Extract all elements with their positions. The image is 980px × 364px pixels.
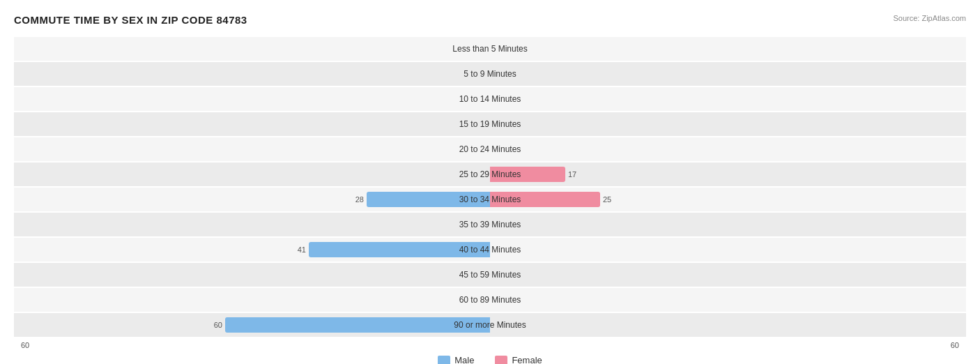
axis-left: 60 (14, 341, 490, 349)
bar-row: 4140 to 44 Minutes (14, 238, 966, 261)
left-side: 41 (14, 238, 490, 261)
chart-header: COMMUTE TIME BY SEX IN ZIP CODE 84783 So… (14, 14, 966, 26)
left-side (14, 263, 490, 287)
legend: Male Female (14, 355, 966, 364)
chart-container: COMMUTE TIME BY SEX IN ZIP CODE 84783 So… (14, 14, 966, 364)
bar-row: Less than 5 Minutes (14, 37, 966, 61)
male-bar: 60 (225, 317, 490, 333)
bar-row: 15 to 19 Minutes (14, 112, 966, 136)
right-side (490, 313, 966, 337)
chart-title: COMMUTE TIME BY SEX IN ZIP CODE 84783 (14, 14, 247, 26)
left-side: 28 (14, 188, 490, 211)
male-value: 28 (355, 195, 364, 204)
left-side (14, 62, 490, 86)
right-side (490, 288, 966, 312)
right-side (490, 213, 966, 236)
female-value: 17 (568, 170, 576, 179)
axis-row: 60 60 (14, 341, 966, 349)
chart-source: Source: ZipAtlas.com (893, 14, 966, 22)
left-side: 60 (14, 313, 490, 337)
chart-area: Less than 5 Minutes5 to 9 Minutes10 to 1… (14, 37, 966, 337)
left-side (14, 162, 490, 186)
male-value: 41 (298, 245, 306, 254)
bar-row: 20 to 24 Minutes (14, 137, 966, 161)
male-bar: 41 (309, 242, 490, 257)
bar-row: 45 to 59 Minutes (14, 263, 966, 287)
right-side (490, 263, 966, 287)
right-side: 25 (490, 188, 966, 211)
right-side (490, 37, 966, 61)
axis-right: 60 (490, 341, 966, 349)
male-value: 60 (214, 321, 222, 329)
legend-female: Female (495, 355, 542, 364)
female-bar: 17 (490, 167, 565, 182)
left-side (14, 213, 490, 236)
male-swatch (438, 356, 450, 365)
right-side (490, 238, 966, 261)
male-bar: 28 (367, 192, 490, 207)
female-bar: 25 (490, 192, 600, 207)
right-side (490, 112, 966, 136)
bar-row: 2830 to 34 Minutes25 (14, 188, 966, 211)
female-swatch (495, 356, 507, 365)
left-side (14, 112, 490, 136)
female-value: 25 (603, 195, 611, 204)
left-side (14, 37, 490, 61)
right-side (490, 62, 966, 86)
legend-male: Male (438, 355, 474, 364)
bar-row: 25 to 29 Minutes17 (14, 162, 966, 186)
left-side (14, 137, 490, 161)
left-side (14, 87, 490, 111)
right-side: 17 (490, 162, 966, 186)
legend-male-label: Male (454, 355, 474, 364)
bar-row: 5 to 9 Minutes (14, 62, 966, 86)
right-side (490, 137, 966, 161)
bar-row: 10 to 14 Minutes (14, 87, 966, 111)
bar-row: 6090 or more Minutes (14, 313, 966, 337)
right-side (490, 87, 966, 111)
left-side (14, 288, 490, 312)
legend-female-label: Female (512, 355, 542, 364)
bar-row: 60 to 89 Minutes (14, 288, 966, 312)
bar-row: 35 to 39 Minutes (14, 213, 966, 236)
